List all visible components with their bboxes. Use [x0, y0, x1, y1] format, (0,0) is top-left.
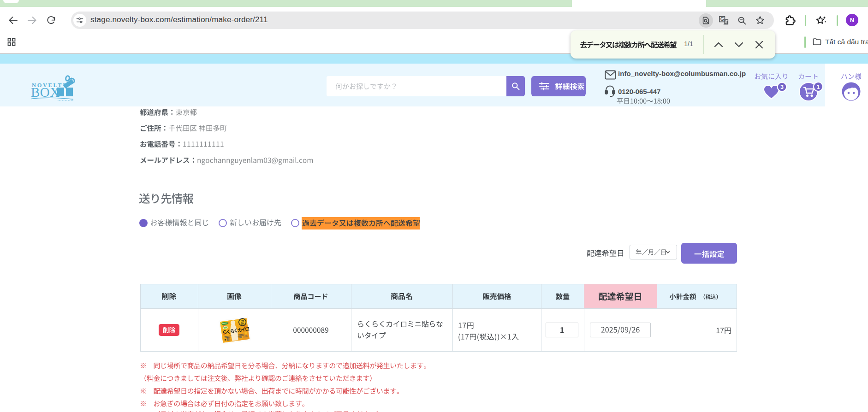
- svg-text:1: 1: [817, 84, 820, 90]
- svg-text:3: 3: [780, 84, 784, 90]
- svg-text:G: G: [720, 16, 724, 22]
